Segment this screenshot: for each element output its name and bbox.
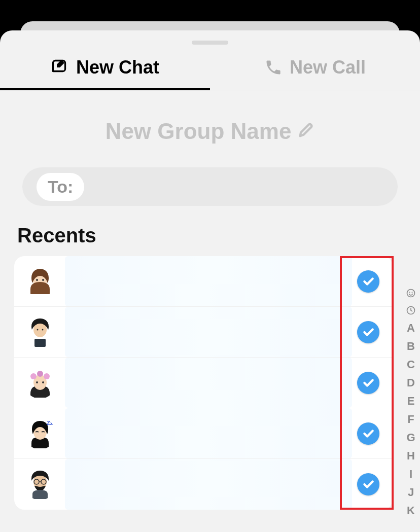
list-item[interactable] xyxy=(14,256,393,307)
recents-list-wrapper: Zz xyxy=(14,256,393,510)
avatar xyxy=(24,469,56,500)
list-item[interactable]: Zz xyxy=(14,408,393,459)
avatar xyxy=(24,316,56,348)
tab-new-chat[interactable]: New Chat xyxy=(0,45,210,90)
recents-header: Recents xyxy=(17,224,420,247)
to-label: To: xyxy=(48,177,73,196)
sheet-grabber[interactable] xyxy=(192,41,228,45)
list-item[interactable] xyxy=(14,358,393,408)
svg-rect-6 xyxy=(34,339,46,347)
recents-list: Zz xyxy=(14,256,393,510)
index-letter[interactable]: J xyxy=(408,487,414,498)
avatar xyxy=(24,266,56,297)
contact-name-redacted xyxy=(65,459,352,510)
svg-point-24 xyxy=(407,290,415,297)
svg-point-13 xyxy=(44,373,50,379)
alpha-index[interactable]: A B C D E F G H I J K xyxy=(406,288,416,516)
selected-check[interactable] xyxy=(357,270,379,293)
pencil-icon xyxy=(297,122,314,141)
tab-chat-label: New Chat xyxy=(76,57,159,78)
to-field[interactable]: To: xyxy=(22,167,398,206)
contact-name-redacted xyxy=(65,358,352,408)
selected-check[interactable] xyxy=(357,473,379,495)
svg-point-15 xyxy=(42,381,44,383)
index-letter[interactable]: K xyxy=(407,505,415,516)
list-item[interactable] xyxy=(14,307,393,358)
selected-check[interactable] xyxy=(357,321,379,343)
index-letter[interactable]: G xyxy=(406,432,415,443)
contact-name-redacted xyxy=(65,307,352,357)
avatar: Zz xyxy=(24,418,56,449)
index-letter[interactable]: E xyxy=(407,396,415,407)
index-letter[interactable]: C xyxy=(407,359,415,370)
svg-point-8 xyxy=(42,329,44,330)
index-letter[interactable]: A xyxy=(407,323,415,334)
svg-point-26 xyxy=(412,292,413,293)
clock-icon[interactable] xyxy=(406,305,416,315)
index-letter[interactable]: F xyxy=(407,414,414,425)
compose-icon xyxy=(51,58,69,77)
index-letter[interactable]: I xyxy=(409,469,412,480)
svg-point-3 xyxy=(42,279,44,281)
selected-check[interactable] xyxy=(357,422,379,445)
contact-name-redacted xyxy=(65,256,352,306)
selected-check[interactable] xyxy=(357,372,379,394)
tab-bar: New Chat New Call xyxy=(0,45,420,90)
to-label-chip: To: xyxy=(37,173,84,201)
group-name-placeholder: New Group Name xyxy=(106,119,292,144)
tab-new-call[interactable]: New Call xyxy=(210,45,420,90)
svg-point-12 xyxy=(37,371,43,377)
svg-point-11 xyxy=(30,373,37,379)
svg-point-2 xyxy=(36,279,38,281)
avatar xyxy=(24,367,56,399)
svg-point-25 xyxy=(409,292,410,293)
phone-icon xyxy=(264,58,283,77)
list-item[interactable] xyxy=(14,459,393,510)
tab-call-label: New Call xyxy=(290,57,366,78)
new-chat-sheet: New Chat New Call New Group Name To: Rec… xyxy=(0,30,420,532)
svg-point-7 xyxy=(37,329,39,330)
svg-point-14 xyxy=(36,381,38,383)
index-letter[interactable]: D xyxy=(407,377,415,388)
index-letter[interactable]: B xyxy=(407,341,415,352)
group-name-row[interactable]: New Group Name xyxy=(0,119,420,144)
index-letter[interactable]: H xyxy=(407,450,415,462)
smiley-icon[interactable] xyxy=(406,288,416,298)
svg-text:Zz: Zz xyxy=(47,420,53,426)
contact-name-redacted xyxy=(65,408,352,458)
